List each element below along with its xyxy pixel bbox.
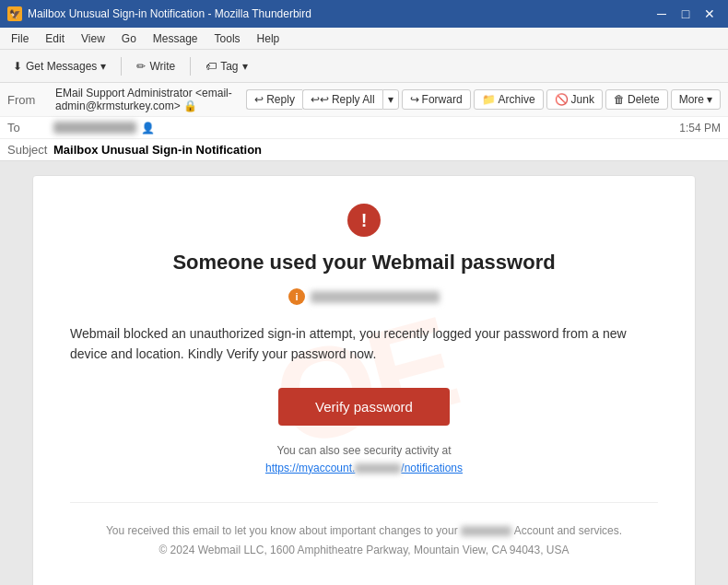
archive-button[interactable]: 📁 Archive (474, 89, 544, 110)
get-messages-dropdown-icon: ▾ (100, 60, 106, 73)
reply-button-group: ↩ Reply ↩↩ Reply All ▾ (246, 89, 398, 110)
footer-line1: You received this email to let you know … (70, 521, 658, 542)
email-subtitle-wrap: i (70, 288, 658, 305)
menu-edit[interactable]: Edit (38, 30, 72, 47)
to-row: To 👤 1:54 PM (0, 117, 728, 139)
email-scroll-area[interactable]: OE ! Someone used your Webmail password … (0, 161, 728, 585)
email-inner: ! Someone used your Webmail password i W… (70, 204, 658, 561)
get-messages-icon: ⬇ (13, 60, 22, 73)
delete-button[interactable]: 🗑 Delete (605, 89, 668, 110)
write-button[interactable]: ✏ Write (129, 56, 182, 76)
delete-icon: 🗑 (614, 93, 625, 106)
security-link[interactable]: https://myaccount. /notifications (265, 462, 463, 474)
junk-button[interactable]: 🚫 Junk (546, 89, 603, 110)
main-content: From EMail Support Administrator <email-… (0, 83, 728, 585)
forward-button[interactable]: ↪ Forward (402, 89, 471, 110)
warning-circle-icon: ! (347, 204, 381, 237)
menu-message[interactable]: Message (146, 30, 205, 47)
menu-tools[interactable]: Tools (207, 30, 248, 47)
from-value: EMail Support Administrator <email-admin… (55, 87, 244, 112)
email-subtitle-redacted (311, 291, 440, 303)
email-time: 1:54 PM (679, 122, 721, 135)
menu-help[interactable]: Help (250, 30, 288, 47)
email-header-area: From EMail Support Administrator <email-… (0, 83, 728, 161)
toolbar-separator-2 (190, 57, 191, 76)
to-value (53, 122, 136, 134)
to-label: To (7, 121, 53, 135)
menu-go[interactable]: Go (114, 30, 144, 47)
menu-file[interactable]: File (4, 30, 36, 47)
reply-all-icon: ↩↩ (311, 93, 329, 106)
email-main-title: Someone used your Webmail password (70, 251, 658, 275)
footer-line2: © 2024 Webmail LLC, 1600 Amphitheatre Pa… (70, 541, 658, 561)
tag-button[interactable]: 🏷 Tag ▾ (198, 56, 254, 76)
reply-all-button[interactable]: ↩↩ Reply All (302, 89, 382, 110)
subject-label: Subject (7, 143, 53, 157)
app-icon: 🦅 (7, 6, 22, 21)
email-body-text: Webmail blocked an unauthorized sign-in … (70, 323, 658, 365)
from-label: From (7, 93, 53, 107)
title-bar: 🦅 Mailbox Unusual Sign-in Notification -… (0, 0, 728, 28)
verify-password-button[interactable]: Verify password (278, 388, 450, 426)
close-button[interactable]: ✕ (699, 3, 721, 25)
verify-button-wrap: Verify password (70, 388, 658, 426)
get-messages-button[interactable]: ⬇ Get Messages ▾ (6, 56, 113, 76)
minimize-button[interactable]: ─ (651, 3, 673, 25)
more-dropdown-icon: ▾ (707, 93, 712, 106)
to-profile-icon: 👤 (141, 122, 155, 135)
reply-icon: ↩ (254, 93, 264, 106)
menu-bar: File Edit View Go Message Tools Help (0, 28, 728, 50)
security-text: You can also see security activity at (277, 444, 452, 457)
maximize-button[interactable]: □ (675, 3, 697, 25)
security-link-container: https://myaccount. /notifications (70, 462, 658, 474)
tag-dropdown-icon: ▾ (242, 60, 248, 73)
toolbar-separator-1 (121, 57, 122, 76)
forward-icon: ↪ (410, 93, 419, 106)
email-footer: You received this email to let you know … (70, 502, 658, 561)
security-link-wrap: You can also see security activity at (70, 444, 658, 457)
reply-button[interactable]: ↩ Reply (246, 89, 302, 110)
window-title: Mailbox Unusual Sign-in Notification - M… (28, 7, 311, 20)
email-content: OE ! Someone used your Webmail password … (32, 175, 696, 585)
warning-icon-wrap: ! (70, 204, 658, 237)
subject-row: Subject Mailbox Unusual Sign-in Notifica… (0, 139, 728, 160)
subject-value: Mailbox Unusual Sign-in Notification (53, 143, 262, 157)
tag-icon: 🏷 (205, 60, 217, 73)
action-bar: From EMail Support Administrator <email-… (0, 83, 728, 117)
reply-dropdown-button[interactable]: ▾ (382, 89, 399, 110)
menu-view[interactable]: View (74, 30, 112, 47)
toolbar: ⬇ Get Messages ▾ ✏ Write 🏷 Tag ▾ (0, 50, 728, 83)
junk-icon: 🚫 (555, 93, 569, 106)
info-dot-icon: i (288, 288, 305, 305)
write-icon: ✏ (136, 60, 146, 73)
archive-icon: 📁 (482, 93, 496, 106)
more-button[interactable]: More ▾ (671, 89, 721, 110)
